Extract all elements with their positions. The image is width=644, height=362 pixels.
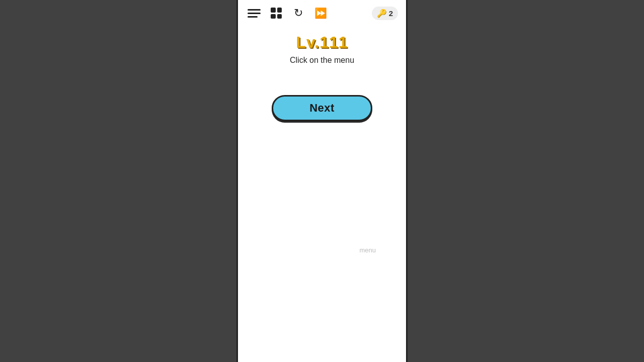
content-area: Next — [238, 65, 406, 362]
level-title: Lv.111 — [296, 33, 348, 52]
grid-squares-icon — [271, 8, 282, 19]
grid-icon[interactable] — [268, 5, 284, 21]
refresh-symbol: ↻ — [294, 8, 303, 19]
key-icon: 🔑 — [377, 9, 387, 18]
next-button[interactable]: Next — [272, 95, 372, 121]
play-symbol: ⏩ — [314, 8, 327, 18]
hamburger-menu-icon[interactable] — [246, 5, 262, 21]
fast-forward-icon[interactable]: ⏩ — [312, 5, 329, 21]
key-badge: 🔑 2 — [372, 7, 398, 20]
menu-lines-icon — [248, 9, 261, 18]
key-count: 2 — [389, 9, 393, 18]
background-left — [0, 0, 236, 362]
hidden-menu-text[interactable]: menu — [359, 246, 376, 254]
refresh-icon[interactable]: ↻ — [290, 5, 306, 21]
top-bar: ↻ ⏩ 🔑 2 — [238, 0, 406, 26]
instruction-text: Click on the menu — [290, 56, 354, 65]
background-right — [408, 0, 644, 362]
top-bar-icons: ↻ ⏩ — [246, 5, 329, 21]
phone-container: ↻ ⏩ 🔑 2 Lv.111 Click on the menu Next me… — [236, 0, 408, 362]
